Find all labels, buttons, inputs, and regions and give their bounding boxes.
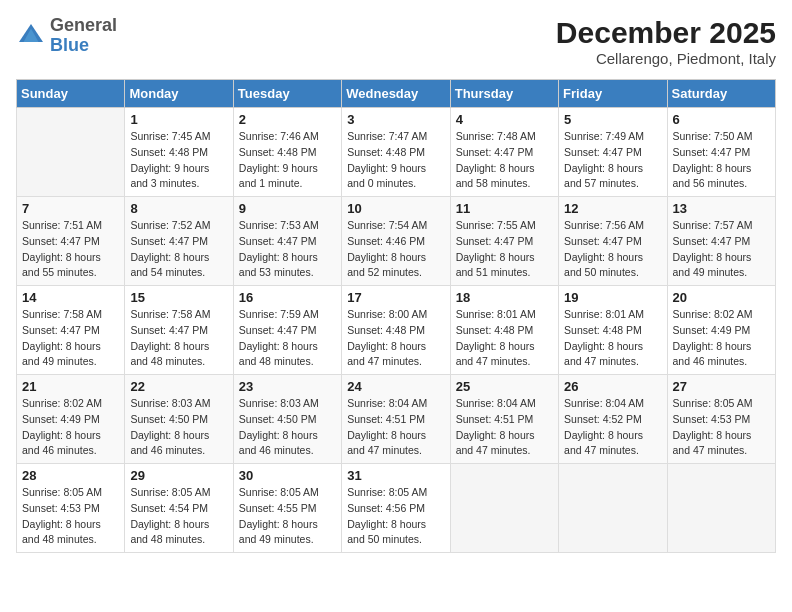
day-detail: Sunrise: 8:03 AMSunset: 4:50 PMDaylight:… [130, 396, 227, 459]
sunset-text: Sunset: 4:49 PM [673, 324, 751, 336]
day-cell: 9Sunrise: 7:53 AMSunset: 4:47 PMDaylight… [233, 197, 341, 286]
sunset-text: Sunset: 4:50 PM [130, 413, 208, 425]
daylight-text: Daylight: 8 hours and 58 minutes. [456, 162, 535, 190]
week-row-3: 14Sunrise: 7:58 AMSunset: 4:47 PMDayligh… [17, 286, 776, 375]
daylight-text: Daylight: 8 hours and 57 minutes. [564, 162, 643, 190]
sunset-text: Sunset: 4:47 PM [456, 235, 534, 247]
daylight-text: Daylight: 8 hours and 47 minutes. [456, 429, 535, 457]
logo: General Blue [16, 16, 117, 56]
day-cell [450, 464, 558, 553]
daylight-text: Daylight: 8 hours and 53 minutes. [239, 251, 318, 279]
day-cell: 3Sunrise: 7:47 AMSunset: 4:48 PMDaylight… [342, 108, 450, 197]
sunrise-text: Sunrise: 7:51 AM [22, 219, 102, 231]
sunrise-text: Sunrise: 7:58 AM [130, 308, 210, 320]
sunset-text: Sunset: 4:48 PM [564, 324, 642, 336]
day-number: 15 [130, 290, 227, 305]
day-number: 14 [22, 290, 119, 305]
day-detail: Sunrise: 8:01 AMSunset: 4:48 PMDaylight:… [564, 307, 661, 370]
day-detail: Sunrise: 7:49 AMSunset: 4:47 PMDaylight:… [564, 129, 661, 192]
sunset-text: Sunset: 4:52 PM [564, 413, 642, 425]
day-cell: 24Sunrise: 8:04 AMSunset: 4:51 PMDayligh… [342, 375, 450, 464]
day-cell: 18Sunrise: 8:01 AMSunset: 4:48 PMDayligh… [450, 286, 558, 375]
daylight-text: Daylight: 8 hours and 56 minutes. [673, 162, 752, 190]
sunrise-text: Sunrise: 8:05 AM [239, 486, 319, 498]
day-cell: 26Sunrise: 8:04 AMSunset: 4:52 PMDayligh… [559, 375, 667, 464]
day-detail: Sunrise: 7:51 AMSunset: 4:47 PMDaylight:… [22, 218, 119, 281]
sunset-text: Sunset: 4:47 PM [673, 235, 751, 247]
day-number: 31 [347, 468, 444, 483]
day-cell: 8Sunrise: 7:52 AMSunset: 4:47 PMDaylight… [125, 197, 233, 286]
day-number: 16 [239, 290, 336, 305]
sunset-text: Sunset: 4:53 PM [22, 502, 100, 514]
sunset-text: Sunset: 4:49 PM [22, 413, 100, 425]
sunset-text: Sunset: 4:46 PM [347, 235, 425, 247]
day-number: 10 [347, 201, 444, 216]
day-detail: Sunrise: 8:01 AMSunset: 4:48 PMDaylight:… [456, 307, 553, 370]
sunrise-text: Sunrise: 8:03 AM [130, 397, 210, 409]
day-cell: 29Sunrise: 8:05 AMSunset: 4:54 PMDayligh… [125, 464, 233, 553]
sunset-text: Sunset: 4:51 PM [347, 413, 425, 425]
day-cell: 19Sunrise: 8:01 AMSunset: 4:48 PMDayligh… [559, 286, 667, 375]
day-number: 5 [564, 112, 661, 127]
day-cell: 15Sunrise: 7:58 AMSunset: 4:47 PMDayligh… [125, 286, 233, 375]
day-number: 9 [239, 201, 336, 216]
sunrise-text: Sunrise: 7:56 AM [564, 219, 644, 231]
sunset-text: Sunset: 4:47 PM [130, 235, 208, 247]
day-cell: 28Sunrise: 8:05 AMSunset: 4:53 PMDayligh… [17, 464, 125, 553]
day-cell: 10Sunrise: 7:54 AMSunset: 4:46 PMDayligh… [342, 197, 450, 286]
sunrise-text: Sunrise: 7:52 AM [130, 219, 210, 231]
day-number: 29 [130, 468, 227, 483]
day-cell: 13Sunrise: 7:57 AMSunset: 4:47 PMDayligh… [667, 197, 775, 286]
day-cell: 5Sunrise: 7:49 AMSunset: 4:47 PMDaylight… [559, 108, 667, 197]
day-cell: 21Sunrise: 8:02 AMSunset: 4:49 PMDayligh… [17, 375, 125, 464]
day-detail: Sunrise: 7:45 AMSunset: 4:48 PMDaylight:… [130, 129, 227, 192]
day-cell: 25Sunrise: 8:04 AMSunset: 4:51 PMDayligh… [450, 375, 558, 464]
sunrise-text: Sunrise: 7:57 AM [673, 219, 753, 231]
day-detail: Sunrise: 7:53 AMSunset: 4:47 PMDaylight:… [239, 218, 336, 281]
day-number: 27 [673, 379, 770, 394]
sunset-text: Sunset: 4:54 PM [130, 502, 208, 514]
sunset-text: Sunset: 4:48 PM [347, 324, 425, 336]
calendar-title: December 2025 [556, 16, 776, 50]
day-number: 19 [564, 290, 661, 305]
day-detail: Sunrise: 7:50 AMSunset: 4:47 PMDaylight:… [673, 129, 770, 192]
daylight-text: Daylight: 8 hours and 52 minutes. [347, 251, 426, 279]
day-number: 25 [456, 379, 553, 394]
sunrise-text: Sunrise: 7:48 AM [456, 130, 536, 142]
day-number: 22 [130, 379, 227, 394]
sunset-text: Sunset: 4:47 PM [22, 235, 100, 247]
daylight-text: Daylight: 8 hours and 48 minutes. [130, 340, 209, 368]
day-detail: Sunrise: 8:05 AMSunset: 4:55 PMDaylight:… [239, 485, 336, 548]
header-tuesday: Tuesday [233, 80, 341, 108]
daylight-text: Daylight: 8 hours and 46 minutes. [673, 340, 752, 368]
day-detail: Sunrise: 8:05 AMSunset: 4:53 PMDaylight:… [673, 396, 770, 459]
sunrise-text: Sunrise: 7:58 AM [22, 308, 102, 320]
header-sunday: Sunday [17, 80, 125, 108]
daylight-text: Daylight: 9 hours and 3 minutes. [130, 162, 209, 190]
daylight-text: Daylight: 8 hours and 47 minutes. [564, 429, 643, 457]
day-cell: 16Sunrise: 7:59 AMSunset: 4:47 PMDayligh… [233, 286, 341, 375]
header-thursday: Thursday [450, 80, 558, 108]
daylight-text: Daylight: 8 hours and 54 minutes. [130, 251, 209, 279]
day-detail: Sunrise: 7:58 AMSunset: 4:47 PMDaylight:… [22, 307, 119, 370]
day-number: 17 [347, 290, 444, 305]
sunrise-text: Sunrise: 7:53 AM [239, 219, 319, 231]
day-number: 24 [347, 379, 444, 394]
sunset-text: Sunset: 4:50 PM [239, 413, 317, 425]
daylight-text: Daylight: 9 hours and 1 minute. [239, 162, 318, 190]
day-cell: 22Sunrise: 8:03 AMSunset: 4:50 PMDayligh… [125, 375, 233, 464]
day-cell: 6Sunrise: 7:50 AMSunset: 4:47 PMDaylight… [667, 108, 775, 197]
sunrise-text: Sunrise: 8:01 AM [564, 308, 644, 320]
day-detail: Sunrise: 7:47 AMSunset: 4:48 PMDaylight:… [347, 129, 444, 192]
day-detail: Sunrise: 8:04 AMSunset: 4:51 PMDaylight:… [456, 396, 553, 459]
day-detail: Sunrise: 8:02 AMSunset: 4:49 PMDaylight:… [22, 396, 119, 459]
sunset-text: Sunset: 4:48 PM [239, 146, 317, 158]
day-detail: Sunrise: 8:02 AMSunset: 4:49 PMDaylight:… [673, 307, 770, 370]
logo-line1: General [50, 16, 117, 36]
day-detail: Sunrise: 8:03 AMSunset: 4:50 PMDaylight:… [239, 396, 336, 459]
sunset-text: Sunset: 4:48 PM [130, 146, 208, 158]
header-friday: Friday [559, 80, 667, 108]
sunrise-text: Sunrise: 7:59 AM [239, 308, 319, 320]
sunrise-text: Sunrise: 7:46 AM [239, 130, 319, 142]
calendar-subtitle: Cellarengo, Piedmont, Italy [556, 50, 776, 67]
